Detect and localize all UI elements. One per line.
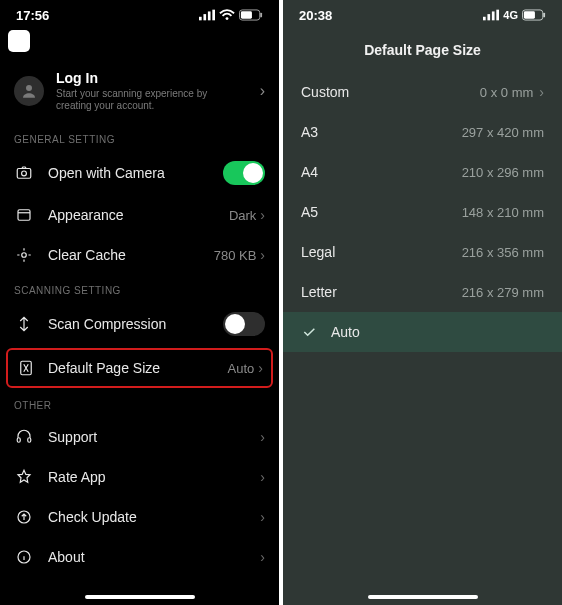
chevron-right-icon: › — [260, 549, 265, 565]
chevron-right-icon: › — [260, 469, 265, 485]
row-rate-app[interactable]: Rate App › — [0, 457, 279, 497]
option-name: A5 — [301, 204, 318, 220]
section-header-scanning: SCANNING SETTING — [0, 275, 279, 302]
svg-rect-11 — [18, 210, 30, 221]
row-value: Auto — [228, 361, 255, 376]
option-name: A4 — [301, 164, 318, 180]
row-open-with-camera[interactable]: Open with Camera — [0, 151, 279, 195]
toggle-scan-compression[interactable] — [223, 312, 265, 336]
phone-right-page-size: 20:38 4G Default Page Size Custom 0 x 0 … — [283, 0, 562, 605]
info-icon — [14, 548, 34, 566]
option-dim: 216 x 279 mm — [462, 285, 544, 300]
camera-icon — [14, 164, 34, 182]
row-check-update[interactable]: Check Update › — [0, 497, 279, 537]
row-clear-cache[interactable]: Clear Cache 780 KB › — [0, 235, 279, 275]
row-default-page-size[interactable]: Default Page Size Auto › — [6, 348, 273, 388]
status-time: 20:38 — [299, 8, 332, 23]
svg-rect-15 — [28, 438, 31, 443]
update-icon — [14, 508, 34, 526]
chevron-right-icon: › — [260, 247, 265, 263]
svg-point-4 — [226, 17, 229, 20]
row-label: Scan Compression — [48, 316, 223, 332]
row-value: Dark — [229, 208, 256, 223]
cache-icon — [14, 246, 34, 264]
status-time: 17:56 — [16, 8, 49, 23]
toggle-open-camera[interactable] — [223, 161, 265, 185]
option-letter[interactable]: Letter 216 x 279 mm — [283, 272, 562, 312]
chevron-right-icon: › — [260, 429, 265, 445]
row-support[interactable]: Support › — [0, 417, 279, 457]
svg-rect-3 — [212, 10, 215, 21]
svg-rect-2 — [208, 11, 211, 20]
chevron-right-icon: › — [260, 207, 265, 223]
row-appearance[interactable]: Appearance Dark › — [0, 195, 279, 235]
row-label: About — [48, 549, 260, 565]
svg-point-8 — [26, 85, 32, 91]
support-icon — [14, 428, 34, 446]
svg-point-10 — [22, 171, 27, 176]
status-network: 4G — [503, 9, 518, 21]
login-row[interactable]: Log In Start your scanning experience by… — [0, 60, 279, 124]
svg-rect-19 — [488, 14, 491, 20]
svg-rect-7 — [260, 13, 262, 18]
home-indicator — [85, 595, 195, 599]
option-dim: 297 x 420 mm — [462, 125, 544, 140]
option-dim: 0 x 0 mm — [480, 85, 533, 100]
row-scan-compression[interactable]: Scan Compression — [0, 302, 279, 346]
svg-rect-24 — [543, 13, 545, 18]
chevron-right-icon: › — [539, 84, 544, 100]
login-title: Log In — [56, 70, 260, 86]
section-header-other: OTHER — [0, 390, 279, 417]
app-indicator-box — [8, 30, 30, 52]
phone-left-settings: 17:56 Log In Start your scanning exp — [0, 0, 279, 605]
check-icon — [301, 324, 321, 340]
option-name: Legal — [301, 244, 335, 260]
svg-point-12 — [22, 253, 27, 258]
option-dim: 216 x 356 mm — [462, 245, 544, 260]
svg-rect-1 — [203, 14, 206, 20]
status-bar: 20:38 4G — [283, 0, 562, 26]
wifi-icon — [219, 9, 235, 21]
option-legal[interactable]: Legal 216 x 356 mm — [283, 232, 562, 272]
svg-rect-23 — [524, 11, 535, 18]
row-label: Default Page Size — [48, 360, 228, 376]
cellular-icon — [199, 9, 215, 21]
svg-rect-14 — [17, 438, 20, 443]
row-label: Clear Cache — [48, 247, 214, 263]
option-auto[interactable]: Auto — [283, 312, 562, 352]
svg-rect-6 — [241, 11, 252, 18]
svg-rect-18 — [483, 17, 486, 21]
option-a5[interactable]: A5 148 x 210 mm — [283, 192, 562, 232]
option-dim: 148 x 210 mm — [462, 205, 544, 220]
option-name: Letter — [301, 284, 337, 300]
section-header-general: GENERAL SETTING — [0, 124, 279, 151]
svg-rect-9 — [17, 169, 31, 179]
option-custom[interactable]: Custom 0 x 0 mm › — [283, 72, 562, 112]
battery-icon — [522, 9, 546, 21]
row-label: Support — [48, 429, 260, 445]
page-size-icon — [16, 359, 36, 377]
status-right: 4G — [483, 9, 546, 21]
row-label: Appearance — [48, 207, 229, 223]
option-name: Auto — [331, 324, 360, 340]
cellular-icon — [483, 9, 499, 21]
chevron-right-icon: › — [260, 82, 265, 100]
status-bar: 17:56 — [0, 0, 279, 26]
chevron-right-icon: › — [258, 360, 263, 376]
row-label: Check Update — [48, 509, 260, 525]
svg-rect-21 — [497, 10, 500, 21]
svg-rect-20 — [492, 11, 495, 20]
chevron-right-icon: › — [260, 509, 265, 525]
row-label: Open with Camera — [48, 165, 223, 181]
home-indicator — [368, 595, 478, 599]
row-label: Rate App — [48, 469, 260, 485]
battery-icon — [239, 9, 263, 21]
appearance-icon — [14, 206, 34, 224]
compression-icon — [14, 315, 34, 333]
avatar-icon — [14, 76, 44, 106]
option-a4[interactable]: A4 210 x 296 mm — [283, 152, 562, 192]
page-title: Default Page Size — [283, 26, 562, 72]
star-icon — [14, 468, 34, 486]
row-about[interactable]: About › — [0, 537, 279, 577]
option-a3[interactable]: A3 297 x 420 mm — [283, 112, 562, 152]
